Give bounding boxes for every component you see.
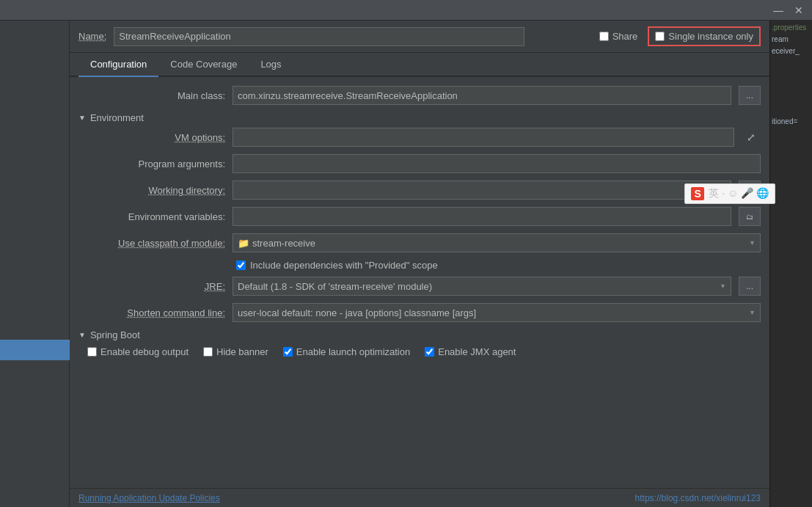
include-deps-checkbox[interactable] (236, 260, 246, 270)
props-text-3: eceiver_ (772, 45, 811, 57)
props-text-2: ream (772, 34, 811, 45)
single-instance-box: Single instance only (648, 26, 761, 46)
spring-checkboxes: Enable debug output Hide banner Enable l… (87, 346, 761, 357)
environment-section: ▼ Environment (78, 112, 761, 123)
enable-launch-checkbox[interactable] (283, 347, 293, 357)
classpath-label: Use classpath of module: (78, 238, 225, 249)
enable-jmx-label: Enable JMX agent (438, 346, 516, 357)
include-deps-label: Include dependencies with "Provided" sco… (250, 260, 438, 271)
content-area: Name: Share Single instance only Configu… (70, 21, 769, 507)
shorten-wrapper: user-local default: none - java [options… (233, 303, 761, 322)
enable-jmx-checkbox[interactable] (425, 347, 434, 357)
jre-browse-button[interactable]: ... (739, 277, 761, 296)
single-instance-label: Single instance only (668, 31, 753, 42)
module-icon: 📁 (238, 238, 249, 249)
classpath-display[interactable]: 📁 stream-receive (233, 233, 761, 252)
tab-logs[interactable]: Logs (249, 53, 293, 77)
main-class-row: Main class: ... (78, 86, 761, 105)
vm-options-expand-button[interactable]: ⤢ (742, 128, 761, 147)
working-dir-row: Working directory: ... (78, 180, 761, 200)
right-panel: .properties ream eceiver_ itioned= (769, 21, 812, 507)
env-vars-label: Environment variables: (78, 211, 225, 222)
enable-jmx-item: Enable JMX agent (425, 346, 516, 357)
shorten-row: Shorten command line: user-local default… (78, 303, 761, 322)
spring-boot-section: ▼ Spring Boot Enable debug output Hide b… (78, 329, 761, 357)
props-text-4: itioned= (772, 116, 811, 128)
hide-banner-label: Hide banner (216, 346, 268, 357)
share-checkbox[interactable] (599, 32, 609, 41)
sogou-icon: S (691, 187, 704, 200)
include-deps-row: Include dependencies with "Provided" sco… (236, 260, 761, 271)
classpath-row: Use classpath of module: 📁 stream-receiv… (78, 233, 761, 252)
env-vars-browse-button[interactable]: 🗂 (739, 207, 761, 226)
minimize-button[interactable]: — (768, 2, 789, 18)
footer-left[interactable]: Running Application Update Policies (78, 493, 220, 503)
jre-label: JRE: (78, 281, 225, 292)
shorten-value: user-local default: none - java [options… (238, 307, 476, 318)
program-args-input[interactable] (233, 154, 761, 173)
title-bar: — ✕ (0, 0, 812, 21)
working-dir-display[interactable] (233, 180, 731, 200)
close-button[interactable]: ✕ (789, 2, 809, 18)
vm-options-input[interactable] (233, 128, 734, 147)
props-text-1: .properties (772, 22, 811, 34)
working-dir-label: Working directory: (78, 185, 225, 196)
environment-toggle[interactable]: ▼ (78, 114, 86, 122)
enable-launch-label: Enable launch optimization (296, 346, 410, 357)
program-args-label: Program arguments: (78, 158, 225, 169)
classpath-module-value: stream-receive (252, 238, 315, 249)
main-class-label: Main class: (78, 90, 225, 101)
enable-debug-label: Enable debug output (100, 346, 189, 357)
tabs-bar: Configuration Code Coverage Logs (70, 53, 769, 77)
name-label: Name: (78, 31, 106, 42)
main-class-browse-button[interactable]: ... (739, 86, 761, 105)
sidebar (0, 21, 70, 507)
vm-options-row: VM options: ⤢ (78, 128, 761, 147)
share-label: Share (612, 31, 638, 42)
hide-banner-checkbox[interactable] (203, 347, 213, 357)
spring-boot-toggle[interactable]: ▼ (78, 331, 86, 339)
hide-banner-item: Hide banner (203, 346, 268, 357)
classpath-wrapper: 📁 stream-receive (233, 233, 761, 252)
vm-options-label: VM options: (78, 132, 225, 143)
program-args-row: Program arguments: (78, 154, 761, 173)
jre-wrapper: Default (1.8 - SDK of 'stream-receive' m… (233, 277, 731, 296)
main-class-input[interactable] (233, 86, 731, 105)
environment-label: Environment (90, 112, 144, 123)
classpath-select: 📁 stream-receive (233, 233, 761, 252)
jre-value: Default (1.8 - SDK of 'stream-receive' m… (238, 281, 432, 292)
spring-boot-label: Spring Boot (90, 329, 140, 340)
shorten-select: user-local default: none - java [options… (233, 303, 761, 322)
name-input[interactable] (114, 27, 524, 46)
config-header: Name: Share Single instance only (70, 21, 769, 53)
enable-debug-item: Enable debug output (87, 346, 189, 357)
jre-select: Default (1.8 - SDK of 'stream-receive' m… (233, 277, 731, 296)
tab-code-coverage[interactable]: Code Coverage (158, 53, 249, 77)
working-dir-wrapper (233, 180, 731, 200)
share-checkbox-group: Share (599, 31, 638, 42)
header-right: Share Single instance only (599, 26, 761, 46)
shorten-display[interactable]: user-local default: none - java [options… (233, 303, 761, 322)
sidebar-selection (0, 340, 70, 360)
jre-row: JRE: Default (1.8 - SDK of 'stream-recei… (78, 277, 761, 296)
enable-debug-checkbox[interactable] (87, 347, 97, 357)
tab-configuration[interactable]: Configuration (78, 53, 158, 77)
env-vars-row: Environment variables: 🗂 (78, 207, 761, 226)
single-instance-checkbox[interactable] (655, 32, 665, 41)
sogou-symbols: 英 · ☺ 🎤 🌐 (709, 187, 769, 200)
enable-launch-item: Enable launch optimization (283, 346, 410, 357)
sogou-bar: S 英 · ☺ 🎤 🌐 (684, 183, 775, 204)
env-vars-input[interactable] (233, 207, 731, 226)
spring-boot-header: ▼ Spring Boot (78, 329, 761, 340)
footer-right: https://blog.csdn.net/xielinrui123 (635, 493, 761, 503)
jre-display[interactable]: Default (1.8 - SDK of 'stream-receive' m… (233, 277, 731, 296)
form-content: Main class: ... ▼ Environment VM options… (70, 77, 769, 488)
working-dir-select (233, 180, 731, 200)
footer: Running Application Update Policies http… (70, 488, 769, 507)
shorten-label: Shorten command line: (78, 307, 225, 318)
